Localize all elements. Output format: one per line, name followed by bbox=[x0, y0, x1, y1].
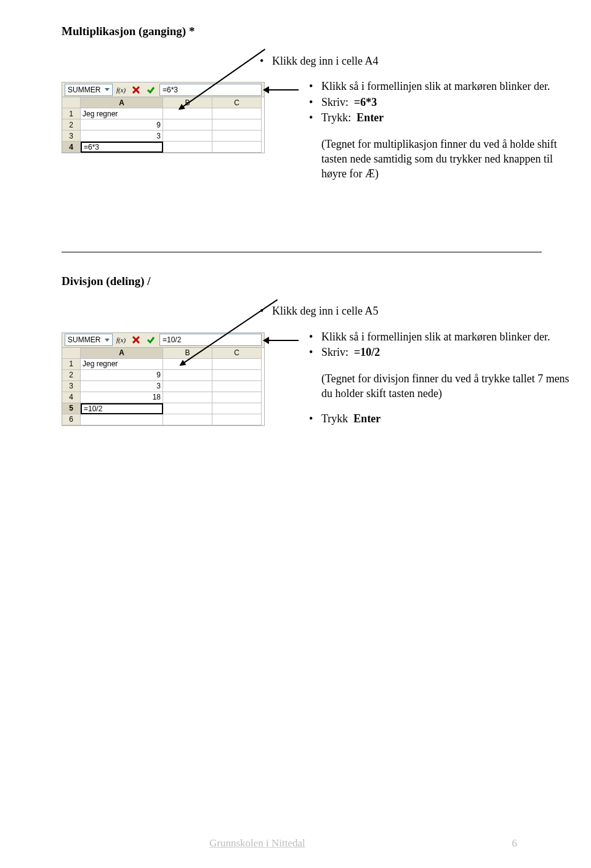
bullet-item: Trykk Enter bbox=[308, 412, 579, 426]
cancel-icon[interactable] bbox=[130, 84, 142, 96]
grid-cell[interactable] bbox=[163, 403, 212, 414]
grid-cell[interactable] bbox=[163, 414, 212, 425]
corner-header[interactable] bbox=[62, 348, 81, 359]
section-division: Divisjon (deling) / Klikk deg inn i cell… bbox=[62, 275, 542, 425]
row-header[interactable]: 3 bbox=[62, 381, 81, 392]
cancel-icon[interactable] bbox=[130, 334, 142, 346]
bullet-item: Klikk så i formellinjen slik at markøren… bbox=[308, 79, 579, 94]
fx-icon[interactable]: f(x) bbox=[115, 334, 127, 346]
grid-cell[interactable]: 18 bbox=[81, 392, 163, 403]
name-box-value: SUMMER bbox=[68, 86, 100, 94]
chevron-down-icon[interactable] bbox=[105, 88, 110, 91]
grid-cell[interactable]: Jeg regner bbox=[81, 359, 163, 370]
row-header[interactable]: 2 bbox=[62, 370, 81, 381]
grid-cell[interactable]: 3 bbox=[81, 381, 163, 392]
col-header[interactable]: C bbox=[212, 97, 262, 108]
footer-text: Grunnskolen i Nittedal bbox=[209, 837, 305, 850]
formula-value: =10/2 bbox=[163, 336, 181, 344]
col-header[interactable]: A bbox=[81, 348, 163, 359]
grid-cell[interactable] bbox=[163, 108, 212, 119]
col-header[interactable]: C bbox=[212, 348, 262, 359]
section-multiplication: Multiplikasjon (ganging) * Klikk deg inn… bbox=[62, 25, 542, 153]
page-number: 6 bbox=[512, 837, 518, 850]
bullet-item: Skriv: =10/2 bbox=[308, 345, 579, 360]
accept-icon[interactable] bbox=[145, 334, 157, 346]
pointer-arrow-icon bbox=[268, 89, 299, 90]
bullet-item: Klikk deg inn i celle A5 bbox=[259, 304, 542, 318]
section-heading: Multiplikasjon (ganging) * bbox=[62, 25, 542, 38]
grid-cell[interactable] bbox=[212, 131, 262, 142]
bullet-item: Klikk så i formellinjen slik at markøren… bbox=[308, 330, 579, 344]
spreadsheet-screenshot: SUMMER f(x) =6*3 bbox=[62, 82, 265, 153]
grid-cell[interactable] bbox=[212, 403, 262, 414]
col-header[interactable]: A bbox=[81, 97, 163, 108]
chevron-down-icon[interactable] bbox=[105, 339, 110, 342]
row-header[interactable]: 6 bbox=[62, 414, 81, 425]
name-box[interactable]: SUMMER bbox=[65, 84, 113, 96]
name-box[interactable]: SUMMER bbox=[65, 334, 113, 346]
col-header[interactable]: B bbox=[163, 348, 212, 359]
row-header[interactable]: 4 bbox=[62, 142, 81, 153]
grid-cell[interactable] bbox=[212, 359, 262, 370]
grid-cell-active[interactable]: =6*3 bbox=[81, 142, 163, 153]
bullet-item: Skriv: =6*3 bbox=[308, 95, 579, 110]
grid-cell[interactable]: Jeg regner bbox=[81, 108, 163, 119]
row-header[interactable]: 3 bbox=[62, 131, 81, 142]
formula-bar: SUMMER f(x) =10/2 bbox=[62, 333, 264, 348]
note-text: (Tegnet for divisjon finner du ved å try… bbox=[308, 371, 579, 401]
grid-cell[interactable] bbox=[212, 392, 262, 403]
row-header[interactable]: 4 bbox=[62, 392, 81, 403]
row-header[interactable]: 1 bbox=[62, 359, 81, 370]
svg-text:f(x): f(x) bbox=[116, 86, 126, 94]
grid-cell[interactable]: 9 bbox=[81, 370, 163, 381]
fx-icon[interactable]: f(x) bbox=[115, 84, 127, 96]
pointer-arrow-icon bbox=[268, 340, 299, 341]
accept-icon[interactable] bbox=[145, 84, 157, 96]
grid-cell[interactable] bbox=[212, 414, 262, 425]
spreadsheet-screenshot: SUMMER f(x) =10/2 bbox=[62, 332, 265, 426]
svg-text:f(x): f(x) bbox=[116, 336, 126, 344]
formula-input[interactable]: =6*3 bbox=[159, 84, 262, 96]
formula-bar: SUMMER f(x) =6*3 bbox=[62, 82, 264, 97]
page-footer: Grunnskolen i Nittedal 6 bbox=[0, 837, 591, 850]
grid-cell[interactable] bbox=[212, 142, 262, 153]
grid-cell[interactable] bbox=[163, 370, 212, 381]
name-box-value: SUMMER bbox=[68, 336, 100, 344]
grid-cell[interactable] bbox=[163, 392, 212, 403]
grid-cell[interactable] bbox=[163, 142, 212, 153]
grid-cell[interactable] bbox=[163, 131, 212, 142]
grid-cell[interactable] bbox=[81, 414, 163, 425]
grid-cell[interactable]: 9 bbox=[81, 119, 163, 131]
row-header[interactable]: 5 bbox=[62, 403, 81, 414]
bullet-item: Trykk: Enter bbox=[308, 111, 579, 125]
formula-value: =6*3 bbox=[163, 86, 178, 94]
grid-cell-active[interactable]: =10/2 bbox=[81, 403, 163, 414]
grid-cell[interactable] bbox=[212, 381, 262, 392]
row-header[interactable]: 1 bbox=[62, 108, 81, 119]
row-header[interactable]: 2 bbox=[62, 119, 81, 131]
grid-cell[interactable] bbox=[212, 108, 262, 119]
spreadsheet-grid: A B C 1 Jeg regner 2 9 bbox=[62, 97, 264, 153]
section-heading: Divisjon (deling) / bbox=[62, 275, 542, 288]
divider bbox=[62, 252, 542, 252]
bullet-item: Klikk deg inn i celle A4 bbox=[259, 54, 542, 68]
spreadsheet-grid: A B C 1 Jeg regner 2 9 bbox=[62, 348, 264, 425]
grid-cell[interactable] bbox=[163, 381, 212, 392]
grid-cell[interactable]: 3 bbox=[81, 131, 163, 142]
grid-cell[interactable] bbox=[212, 370, 262, 381]
corner-header[interactable] bbox=[62, 97, 81, 108]
grid-cell[interactable] bbox=[212, 119, 262, 131]
note-text: (Tegnet for multiplikasjon finner du ved… bbox=[308, 137, 579, 182]
grid-cell[interactable] bbox=[163, 119, 212, 131]
